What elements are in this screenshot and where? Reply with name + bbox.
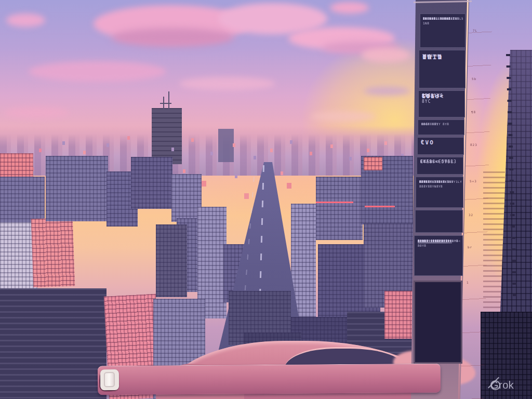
billboard-panel-blank	[415, 210, 463, 233]
building	[46, 156, 108, 221]
building	[131, 157, 172, 209]
trash-container-icon[interactable]	[100, 369, 119, 390]
billboard-text: 8N8Y8Y81Y 8Y8	[421, 122, 449, 126]
lit-roof-edge	[316, 202, 353, 203]
billboard-text: 83L 3YL08	[420, 159, 440, 164]
billboard-panel: 880Y08 3Y8 8Y8L8Y88YLG8Y88 88Y88 Y 88Y8L…	[416, 177, 463, 208]
billboard-screen	[414, 281, 462, 364]
side-glyph: 5+3	[470, 179, 477, 183]
pink-cloud	[112, 28, 234, 47]
building	[316, 177, 363, 240]
side-glyph: 1	[467, 281, 469, 284]
antenna	[160, 103, 171, 104]
lit-roof-edge	[365, 206, 395, 207]
building	[31, 218, 75, 288]
lavender-cloud	[364, 86, 410, 96]
building	[384, 291, 416, 339]
building	[156, 224, 187, 297]
side-glyph: 823	[470, 143, 477, 147]
billboard-text: 8Y81YN8	[422, 93, 443, 99]
billboard-text: T8Y8L8 NY	[422, 53, 442, 58]
lit-facades-scatter	[0, 0, 5, 6]
pink-cloud	[4, 107, 69, 118]
billboard-panel: C4A1 < 5968 EYE88 E0Y8L3 83L 3YL08	[417, 157, 463, 175]
pink-cloud	[179, 77, 275, 90]
billboard-panel: IIod< G0E S9G9 8YC 8YELYY8 8Y81YN8	[418, 90, 465, 117]
billboard-panel: N8G8 88Y 8N8Y8Y81Y 8Y8	[418, 119, 464, 135]
container-glyph	[104, 372, 115, 387]
generated-cityscape-image: 8Y 1N8 8Y 9EZIZ48 8Y8N8YL NUMBER 1 1N8Y8…	[0, 0, 532, 399]
pink-cloud	[6, 14, 45, 27]
billboard-text: 8N 8N8L 3Z8N6	[423, 16, 450, 21]
watermark: Grok	[490, 376, 530, 394]
watermark-text: Grok	[490, 379, 514, 391]
billboard-panel: 3m882 28ZZEA8 88 38Y 08A-0Y80 1Y8< 83N08…	[414, 235, 463, 276]
side-glyph: 5b	[472, 77, 476, 81]
antenna	[168, 91, 169, 109]
pink-cloud	[29, 61, 166, 82]
billboard-panel: CVO G	[417, 137, 464, 155]
pink-cloud	[330, 2, 369, 14]
building	[364, 157, 382, 170]
side-glyph: 32	[469, 213, 473, 217]
billboard-panel: IOID 0R 1 T8LY8-N8I T8Y8L8 NY	[419, 50, 466, 88]
antenna-tower	[152, 108, 182, 164]
dock	[98, 364, 441, 395]
foreground-building	[0, 288, 107, 399]
pink-cloud	[361, 48, 410, 62]
billboard-text: G	[421, 139, 424, 145]
side-glyph: ¶8	[471, 110, 476, 114]
side-glyph: 7L	[473, 29, 477, 32]
billboard-panel: 8Y 1N8 8Y 9EZIZ48 8Y8N8YL NUMBER 1 1N8Y8…	[420, 14, 466, 48]
side-glyph: br	[468, 245, 472, 249]
pink-cloud	[311, 111, 376, 122]
building	[218, 129, 234, 162]
billboard-text: 8YBRZ 8808Y88Y8G	[418, 238, 452, 243]
billboard-text: 8Y8Y8YLY8 888Y88YN8Y8	[419, 179, 463, 189]
